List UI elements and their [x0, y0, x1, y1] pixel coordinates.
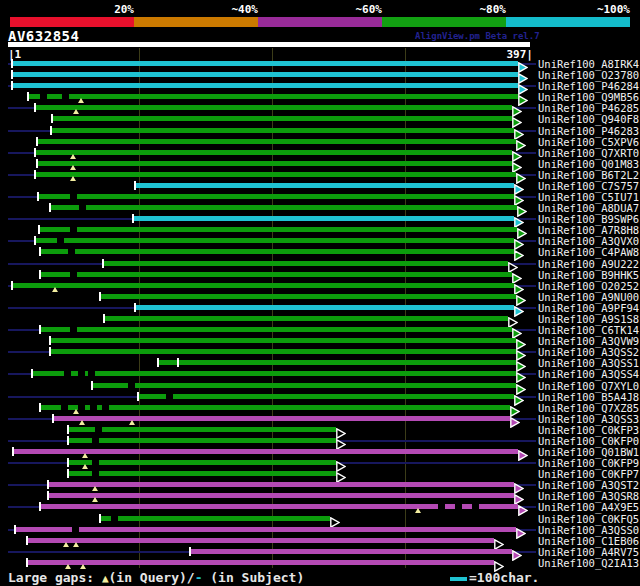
row-label[interactable]: UniRef100_Q2IA13	[538, 557, 639, 569]
segment-start-tick	[26, 536, 28, 545]
alignment-bar	[35, 238, 514, 243]
subject-gap-dash	[40, 94, 47, 99]
alignment-row: UniRef100_A3QST2	[0, 479, 640, 490]
segment-start-tick	[27, 92, 29, 101]
subject-gap-dash	[70, 272, 77, 277]
segment-start-tick	[39, 247, 41, 256]
alignment-bar	[28, 94, 518, 99]
segment-start-tick	[99, 514, 101, 523]
query-gap-triangle-icon	[65, 564, 71, 569]
alignment-bar	[68, 438, 336, 443]
alignment-bar	[40, 272, 512, 277]
alignment-row: UniRef100_Q01BW1	[0, 446, 640, 457]
alignment-bar	[40, 405, 510, 410]
subject-gap-dash	[92, 471, 99, 476]
alignview-screen: 20%~40%~60%~80%~100% AV632854 AlignView.…	[0, 0, 640, 586]
alignment-row: UniRef100_A3QSS2	[0, 346, 640, 357]
segment-start-tick	[39, 270, 41, 279]
segment-start-tick	[47, 480, 49, 489]
alignment-bar	[68, 471, 336, 476]
scale-label-4: ~80%	[480, 3, 507, 16]
alignment-row: UniRef100_A3QVX0	[0, 235, 640, 246]
alignment-row: UniRef100_B9SWP6	[0, 213, 640, 224]
alignment-row: UniRef100_C0KFP0	[0, 435, 640, 446]
alignment-row: UniRef100_Q940F8	[0, 113, 640, 124]
segment-start-tick	[34, 170, 36, 179]
alignment-row: UniRef100_P46285	[0, 102, 640, 113]
segment-start-tick	[67, 458, 69, 467]
segment-start-tick	[39, 502, 41, 511]
subject-gap-dash	[62, 94, 69, 99]
query-gap-triangle-icon: ▲	[102, 572, 109, 585]
segment-start-tick	[34, 236, 36, 245]
alignment-bar	[135, 183, 514, 188]
alignment-row: UniRef100_A9PF94	[0, 302, 640, 313]
alignment-row: UniRef100_P46284	[0, 80, 640, 91]
segment-start-tick	[34, 148, 36, 157]
alignment-row: UniRef100_O20252	[0, 280, 640, 291]
segment-start-tick	[11, 281, 13, 290]
hundred-char-swatch-icon	[450, 577, 467, 581]
segment-start-tick	[102, 259, 104, 268]
alignment-bar	[35, 105, 512, 110]
alignment-bar	[68, 460, 336, 465]
segment-start-tick	[36, 137, 38, 146]
segment-start-tick	[38, 225, 40, 234]
segment-start-tick	[39, 325, 41, 334]
alignment-row: UniRef100_A3QSS0	[0, 524, 640, 535]
segment-start-tick	[34, 103, 36, 112]
alignment-bar	[51, 128, 514, 133]
segment-start-tick	[134, 303, 136, 312]
subject-gap-dash	[95, 427, 102, 432]
alignment-bar	[158, 360, 516, 365]
segment-start-tick	[26, 558, 28, 567]
segment-start-tick	[39, 403, 41, 412]
segment-start-tick	[36, 159, 38, 168]
query-ruler-bar	[8, 42, 530, 47]
alignment-row: UniRef100_A9S1S8	[0, 313, 640, 324]
subject-gap-dash	[472, 504, 479, 509]
alignment-bar	[35, 150, 512, 155]
subject-gap-dash	[70, 327, 77, 332]
alignment-row: UniRef100_C6TK14	[0, 324, 640, 335]
subject-gap-dash	[78, 371, 85, 376]
segment-start-tick	[47, 491, 49, 500]
alignment-row: UniRef100_Q7XRT0	[0, 147, 640, 158]
alignment-bar	[53, 416, 510, 421]
alignment-row: UniRef100_A3QVW9	[0, 335, 640, 346]
subject-gap-dash	[78, 405, 85, 410]
alignment-row: UniRef100_Q7XYL0	[0, 380, 640, 391]
alignment-row: UniRef100_B6T2L2	[0, 169, 640, 180]
gap-legend-prefix: Large gaps:	[8, 570, 102, 585]
segment-start-tick	[14, 525, 16, 534]
alignment-bar	[104, 316, 508, 321]
alignment-row: UniRef100_A9U222	[0, 258, 640, 269]
segment-start-tick	[67, 436, 69, 445]
alignment-row: UniRef100_Q7XZ85	[0, 402, 640, 413]
segment-start-tick	[37, 192, 39, 201]
alignment-row: UniRef100_A3QSS4	[0, 368, 640, 379]
alignment-bar	[135, 305, 514, 310]
alignment-row: UniRef100_A3QSS3	[0, 413, 640, 424]
alignment-bar	[40, 327, 512, 332]
segment-start-tick	[52, 414, 54, 423]
alignment-row: UniRef100_A7R8H8	[0, 224, 640, 235]
segment-start-tick	[51, 114, 53, 123]
alignment-row: UniRef100_C0KFP9	[0, 457, 640, 468]
subject-gap-dash	[128, 383, 135, 388]
subject-gap-dash	[68, 249, 75, 254]
subject-gap-dash	[70, 227, 77, 232]
alignment-bar	[38, 194, 514, 199]
app-version-label: AlignView.pm Beta rel.7	[415, 31, 540, 41]
segment-start-tick	[189, 547, 191, 556]
scale-label-5: ~100%	[597, 3, 630, 16]
segment-start-tick	[132, 214, 134, 223]
alignment-bar	[68, 427, 336, 432]
alignment-bar	[15, 527, 516, 532]
subject-gap-dash	[166, 394, 173, 399]
alignment-row: UniRef100_P46283	[0, 125, 640, 136]
alignment-bar	[13, 449, 518, 454]
subject-gap-dash	[88, 371, 95, 376]
scale-unit-legend: =100char.	[450, 570, 539, 585]
alignment-bar	[100, 294, 516, 299]
